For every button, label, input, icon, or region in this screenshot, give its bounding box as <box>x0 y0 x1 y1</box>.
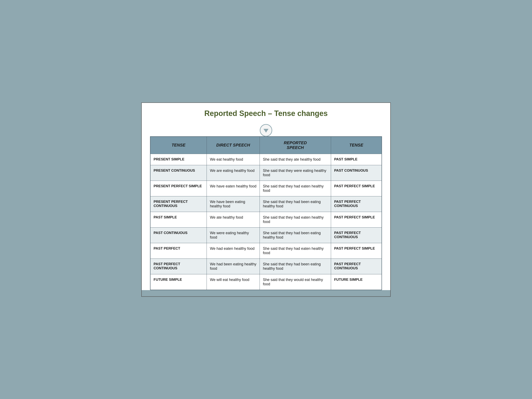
slide-container: Reported Speech – Tense changes TENSE DI… <box>141 102 391 297</box>
tense-table: TENSE DIRECT SPEECH REPORTEDSPEECH TENSE… <box>150 136 382 290</box>
cell-tense: PRESENT PERFECT CONTINUOUS <box>150 196 207 212</box>
cell-result-tense: PAST PERFECT CONTINUOUS <box>331 196 382 212</box>
arrow-container <box>150 124 382 137</box>
cell-tense: PRESENT CONTINUOUS <box>150 165 207 181</box>
table-row: PAST SIMPLEWe ate healthy foodShe said t… <box>150 212 382 227</box>
cell-result-tense: PAST PERFECT CONTINUOUS <box>331 259 382 274</box>
cell-result-tense: PAST PERFECT SIMPLE <box>331 181 382 196</box>
page-title: Reported Speech – Tense changes <box>150 109 382 118</box>
table-row: PAST PERFECT CONTINUOUSWe had been eatin… <box>150 259 382 274</box>
cell-reported: She said that they would eat healthy foo… <box>260 274 331 290</box>
table-row: PAST PERFECTWe had eaten healthy foodShe… <box>150 243 382 259</box>
cell-reported: She said that they ate healthy food <box>260 154 331 165</box>
cell-tense: PAST PERFECT <box>150 243 207 259</box>
table-row: PAST CONTINUOUSWe were eating healthy fo… <box>150 227 382 243</box>
cell-reported: She said that they had eaten healthy foo… <box>260 212 331 227</box>
cell-tense: PAST SIMPLE <box>150 212 207 227</box>
cell-direct: We eat healthy food <box>207 154 260 165</box>
col-header-result-tense: TENSE <box>331 137 382 154</box>
cell-tense: PAST PERFECT CONTINUOUS <box>150 259 207 274</box>
cell-direct: We had eaten healthy food <box>207 243 260 259</box>
cell-direct: We had been eating healthy food <box>207 259 260 274</box>
cell-reported: She said that they had eaten healthy foo… <box>260 181 331 196</box>
cell-result-tense: PAST PERFECT SIMPLE <box>331 212 382 227</box>
cell-reported: She said that they had been eating healt… <box>260 227 331 243</box>
cell-tense: FUTURE SIMPLE <box>150 274 207 290</box>
table-row: PRESENT PERFECT CONTINUOUSWe have been e… <box>150 196 382 212</box>
cell-direct: We have been eating healthy food <box>207 196 260 212</box>
cell-result-tense: PAST CONTINUOUS <box>331 165 382 181</box>
col-header-tense: TENSE <box>150 137 207 154</box>
cell-tense: PRESENT SIMPLE <box>150 154 207 165</box>
cell-direct: We were eating healthy food <box>207 227 260 243</box>
cell-direct: We are eating healthy food <box>207 165 260 181</box>
cell-direct: We will eat healthy food <box>207 274 260 290</box>
table-row: PRESENT PERFECT SIMPLEWe have eaten heal… <box>150 181 382 196</box>
cell-result-tense: PAST PERFECT SIMPLE <box>331 243 382 259</box>
cell-result-tense: FUTURE SIMPLE <box>331 274 382 290</box>
cell-tense: PRESENT PERFECT SIMPLE <box>150 181 207 196</box>
cell-result-tense: PAST PERFECT CONTINUOUS <box>331 227 382 243</box>
table-row: PRESENT CONTINUOUSWe are eating healthy … <box>150 165 382 181</box>
table-row: FUTURE SIMPLEWe will eat healthy foodShe… <box>150 274 382 290</box>
cell-reported: She said that they were eating healthy f… <box>260 165 331 181</box>
cell-reported: She said that they had been eating healt… <box>260 259 331 274</box>
cell-direct: We ate healthy food <box>207 212 260 227</box>
cell-direct: We have eaten healthy food <box>207 181 260 196</box>
table-row: PRESENT SIMPLEWe eat healthy foodShe sai… <box>150 154 382 165</box>
cell-reported: She said that they had been eating healt… <box>260 196 331 212</box>
bottom-bar <box>142 290 390 296</box>
col-header-direct: DIRECT SPEECH <box>207 137 260 154</box>
cell-reported: She said that they had eaten healthy foo… <box>260 243 331 259</box>
cell-result-tense: PAST SIMPLE <box>331 154 382 165</box>
table-header-row: TENSE DIRECT SPEECH REPORTEDSPEECH TENSE <box>150 137 382 154</box>
col-header-reported: REPORTEDSPEECH <box>260 137 331 154</box>
arrow-icon <box>260 124 272 137</box>
cell-tense: PAST CONTINUOUS <box>150 227 207 243</box>
